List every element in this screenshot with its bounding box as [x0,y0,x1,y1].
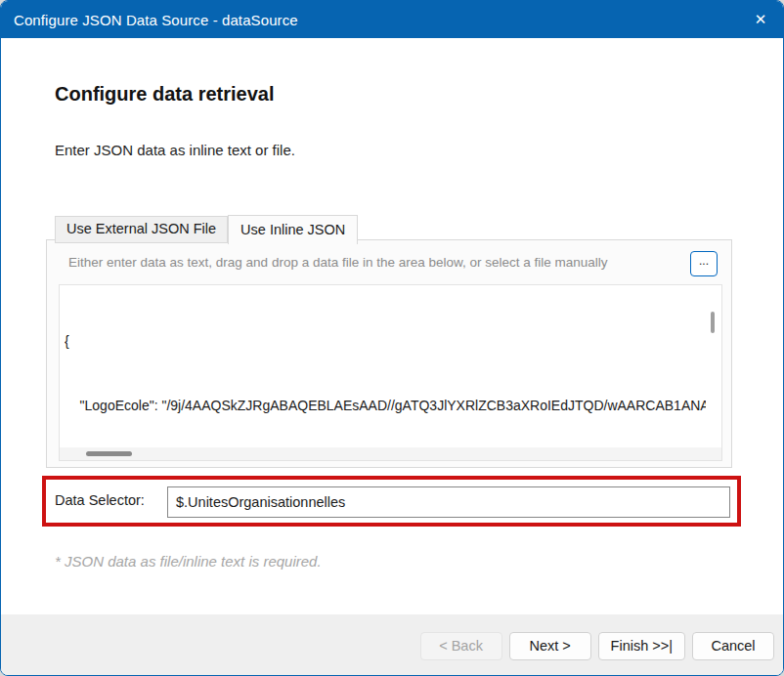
window-title: Configure JSON Data Source - dataSource [14,12,738,28]
browse-file-button[interactable]: ... [690,251,718,276]
dialog-footer: < Back Next > Finish >>| Cancel [1,614,783,676]
title-bar: Configure JSON Data Source - dataSource … [1,1,783,38]
json-text-area[interactable]: { "LogoEcole": "/9j/4AAQSkZJRgABAQEBLAEs… [59,284,722,461]
json-line: "LogoEcole": "/9j/4AAQSkZJRgABAQEBLAEsAA… [65,395,706,416]
page-title: Configure data retrieval [55,83,275,106]
close-button[interactable]: ✕ [738,1,783,38]
tab-use-external-json-file[interactable]: Use External JSON File [55,216,228,243]
tab-bar: Use External JSON File Use Inline JSON [55,215,358,243]
horizontal-scrollbar-track[interactable] [60,447,721,460]
cancel-button[interactable]: Cancel [692,632,774,660]
finish-button[interactable]: Finish >>| [598,632,685,660]
data-selector-label: Data Selector: [55,492,145,508]
data-selector-input[interactable] [167,486,730,518]
back-button[interactable]: < Back [420,632,502,660]
inline-json-panel: Either enter data as text, drag and drop… [46,239,732,468]
page-subtitle: Enter JSON data as inline text or file. [55,142,295,158]
dialog-window: Configure JSON Data Source - dataSource … [0,0,784,676]
tab-use-inline-json[interactable]: Use Inline JSON [228,215,358,244]
tab-label: Use External JSON File [66,221,216,236]
horizontal-scrollbar-thumb[interactable] [86,451,132,456]
ellipsis-icon: ... [699,256,709,266]
panel-instruction: Either enter data as text, drag and drop… [68,255,655,270]
close-icon: ✕ [755,11,767,28]
next-button[interactable]: Next > [509,632,591,660]
json-text-content: { "LogoEcole": "/9j/4AAQSkZJRgABAQEBLAEs… [65,287,706,446]
dialog-body: Configure data retrieval Enter JSON data… [1,38,783,614]
tab-label: Use Inline JSON [240,222,345,237]
vertical-scrollbar-thumb[interactable] [711,312,715,333]
required-footnote: * JSON data as file/inline text is requi… [55,553,322,570]
json-line: { [65,330,706,352]
